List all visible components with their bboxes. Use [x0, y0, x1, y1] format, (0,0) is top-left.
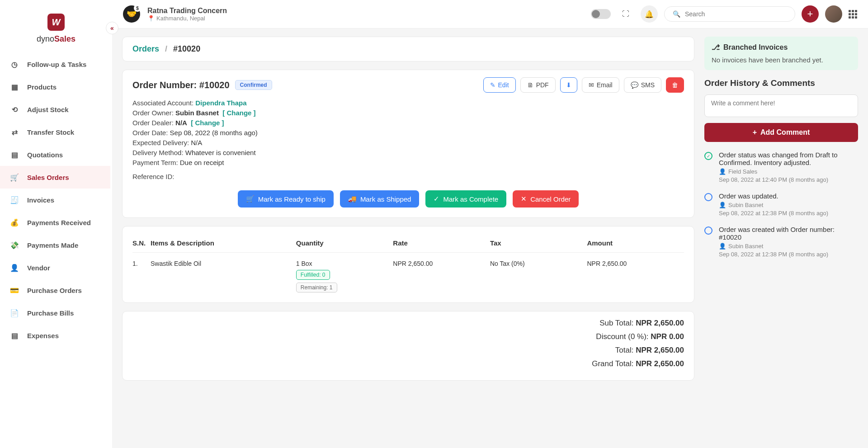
mark-ready-button[interactable]: 🛒Mark as Ready to ship [238, 190, 334, 207]
pdf-icon: 🗎 [527, 81, 533, 89]
nav-vendor[interactable]: 👤Vendor [0, 256, 110, 279]
remaining-pill: Remaining: 1 [296, 283, 337, 292]
breadcrumb-card: Orders / #10020 [122, 37, 694, 61]
mark-shipped-label: Mark as Shipped [360, 195, 411, 203]
history-text: Order status was changed from Draft to C… [719, 151, 858, 166]
col-amt: Amount [587, 239, 684, 247]
nav-products-label: Products [27, 83, 57, 91]
edit-button[interactable]: ✎Edit [483, 77, 516, 93]
col-desc: Items & Description [151, 239, 296, 247]
email-label: Email [597, 81, 613, 89]
item-sn: 1. [132, 260, 151, 267]
sms-icon: 💬 [631, 81, 638, 89]
pdf-label: PDF [536, 81, 549, 89]
ref-label: Reference ID: [132, 173, 175, 180]
nav-payments-received[interactable]: 💰Payments Received [0, 211, 110, 234]
email-button[interactable]: ✉Email [582, 77, 619, 93]
trash-icon: 🗑 [672, 81, 678, 89]
nav-followup[interactable]: ◷Follow-up & Tasks [0, 53, 110, 75]
nav-paymade-label: Payments Made [27, 241, 78, 249]
comment-input[interactable] [704, 94, 858, 117]
nav-payments-made[interactable]: 💸Payments Made [0, 234, 110, 256]
fullscreen-button[interactable]: ⛶ [617, 5, 634, 23]
nav-transfer-stock[interactable]: ⇄Transfer Stock [0, 121, 110, 143]
history-date: Sep 08, 2022 at 12:38 PM (8 months ago) [719, 210, 828, 217]
invoice-icon: 🧾 [10, 195, 19, 204]
email-icon: ✉ [589, 81, 594, 89]
account-label: Associated Account: [132, 99, 193, 107]
history-date: Sep 08, 2022 at 12:38 PM (8 months ago) [719, 251, 858, 258]
cancel-order-button[interactable]: ✕Cancel Order [513, 190, 579, 207]
edit-icon: ✎ [490, 81, 495, 89]
date-label: Order Date: [132, 129, 168, 137]
sms-button[interactable]: 💬SMS [624, 77, 661, 93]
add-button[interactable]: + [802, 5, 819, 23]
change-dealer-link[interactable]: [ Change ] [191, 119, 224, 127]
mark-ready-label: Mark as Ready to ship [258, 195, 326, 203]
order-details-card: Order Number: #10020 Confirmed ✎Edit 🗎PD… [122, 70, 694, 218]
search-bar[interactable]: 🔍 [664, 6, 795, 22]
grand-label: Grand Total: [592, 359, 636, 368]
account-link[interactable]: Dipendra Thapa [195, 99, 246, 107]
fulfilled-pill: Fulfilled: 0 [296, 270, 330, 280]
logo: W dynoSales [0, 0, 112, 53]
history-text: Order was updated. [719, 192, 828, 200]
history-item: Order was updated. 👤Subin Basnet Sep 08,… [704, 192, 858, 217]
nav-purchase-bills[interactable]: 📄Purchase Bills [0, 302, 110, 324]
discount-label: Discount (0 %): [596, 332, 651, 341]
mark-shipped-button[interactable]: 🚚Mark as Shipped [340, 190, 420, 207]
company-name: Ratna Trading Concern [147, 7, 227, 15]
check-icon: ✓ [434, 195, 439, 203]
order-number-label: Order Number: [132, 80, 197, 90]
history-user: Subin Basnet [728, 243, 763, 250]
nav-sales-label: Sales Orders [27, 174, 69, 181]
dark-mode-toggle[interactable] [591, 9, 611, 19]
nav-adjust-label: Adjust Stock [27, 106, 69, 113]
add-comment-button[interactable]: +Add Comment [704, 123, 858, 142]
location-pin-icon: 📍 [147, 15, 155, 22]
item-tax: No Tax (0%) [490, 260, 587, 267]
user-avatar[interactable] [825, 5, 842, 23]
nav: ◷Follow-up & Tasks ▦Products ⟲Adjust Sto… [0, 53, 112, 448]
nav-expenses[interactable]: ▤Expenses [0, 324, 110, 347]
topbar: 🤝 Ratna Trading Concern 📍Kathmandu, Nepa… [112, 0, 868, 28]
apps-grid-button[interactable] [849, 10, 857, 19]
breadcrumb-orders-link[interactable]: Orders [132, 44, 159, 53]
nav-quotations[interactable]: ▤Quotations [0, 143, 110, 166]
subtotal-value: NPR 2,650.00 [636, 319, 684, 327]
branched-title: Branched Invoices [723, 43, 788, 52]
clock-icon: ◷ [10, 60, 19, 69]
delete-button[interactable]: 🗑 [666, 77, 684, 93]
brand-text-1: dyno [37, 34, 54, 43]
download-button[interactable]: ⬇ [560, 77, 577, 93]
edit-label: Edit [498, 81, 509, 89]
company-avatar[interactable]: 🤝 [123, 5, 140, 23]
pdf-button[interactable]: 🗎PDF [520, 77, 556, 93]
mark-complete-button[interactable]: ✓Mark as Complete [425, 190, 506, 207]
branch-icon: ⎇ [712, 43, 720, 52]
method-value: Whatever is convenient [185, 149, 256, 156]
payment-icon: 💸 [10, 241, 19, 250]
nav-invoices[interactable]: 🧾Invoices [0, 189, 110, 211]
grand-value: NPR 2,650.00 [636, 359, 684, 368]
nav-invoices-label: Invoices [27, 196, 54, 204]
nav-sales-orders[interactable]: 🛒Sales Orders [0, 166, 112, 189]
notifications-button[interactable]: 🔔 [641, 5, 658, 23]
search-input[interactable] [685, 10, 787, 18]
total-value: NPR 2,650.00 [636, 346, 684, 354]
delivery-value: N/A [191, 139, 202, 146]
nav-quotations-label: Quotations [27, 151, 63, 159]
nav-products[interactable]: ▦Products [0, 75, 110, 98]
nav-vendor-label: Vendor [27, 264, 50, 272]
dealer-label: Order Dealer: [132, 119, 174, 127]
nav-purchase-orders[interactable]: 💳Purchase Orders [0, 279, 110, 302]
payment-label: Payment Term: [132, 159, 178, 166]
history-item: Order was created with Order number: #10… [704, 226, 858, 258]
user-icon: 👤 [719, 168, 726, 175]
cart-icon: 🛒 [10, 173, 19, 182]
payment-value: Due on receipt [180, 159, 224, 166]
change-owner-link[interactable]: [ Change ] [222, 109, 255, 117]
hand-coin-icon: 💰 [10, 218, 19, 227]
nav-adjust-stock[interactable]: ⟲Adjust Stock [0, 98, 110, 121]
sidebar-collapse-button[interactable]: « [106, 22, 118, 34]
